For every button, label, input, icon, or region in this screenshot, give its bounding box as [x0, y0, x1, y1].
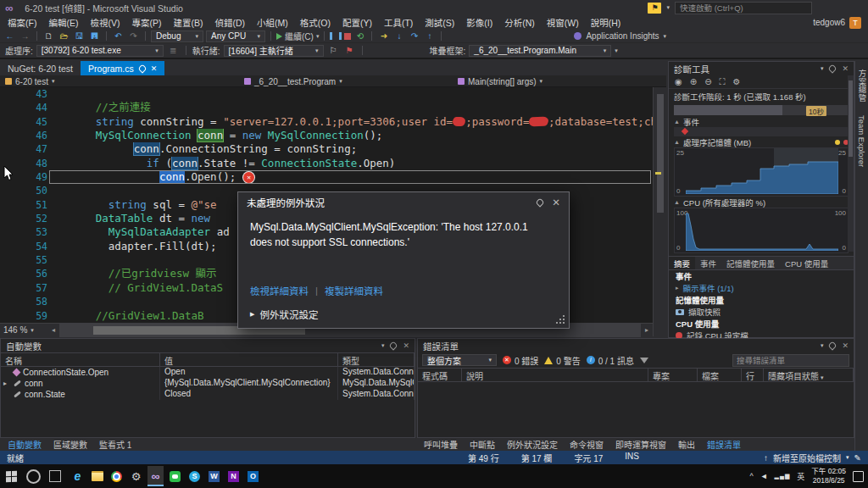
source-control-caret-icon[interactable]: ▾	[846, 454, 849, 461]
side-rail-tab[interactable]: 方案總管	[856, 69, 868, 102]
take-snapshot-link[interactable]: 擷取快照	[669, 306, 854, 318]
zoom-in-icon[interactable]: ⊕	[690, 77, 697, 86]
error-list-column-header[interactable]: 檔案	[698, 369, 742, 381]
unhandled-exception-icon[interactable]: ✕	[243, 172, 254, 183]
panel-tab[interactable]: 監看式 1	[93, 438, 137, 451]
tray-expand-chevron-icon[interactable]: ^	[749, 472, 753, 480]
reset-view-icon[interactable]: ⛶	[720, 77, 726, 87]
menu-item[interactable]: 建置(B)	[167, 15, 209, 30]
memory-section-header[interactable]: ▲ 處理序記憶體 (MB)	[669, 136, 854, 147]
error-list-column-header[interactable]: 隱藏項目狀態 ▾	[764, 369, 854, 381]
code-line[interactable]: 47 conn.ConnectionString = connString;	[0, 142, 653, 156]
panel-pin-icon[interactable]	[828, 64, 837, 73]
stop-debugging-icon[interactable]	[344, 33, 351, 40]
breakpoint-gutter[interactable]	[0, 267, 17, 280]
exception-event-marker[interactable]	[682, 128, 688, 135]
copy-details-link[interactable]: 複製詳細資料	[325, 284, 383, 297]
stack-frame-dropdown[interactable]: _6_20__test.Program.Main▾	[469, 45, 611, 57]
user-area[interactable]: tedgow6 T	[813, 17, 866, 29]
tab-nuget[interactable]: NuGet: 6-20 test	[0, 61, 81, 75]
window-position-icon[interactable]: ▾	[821, 342, 824, 349]
errors-filter-button[interactable]: ✕0 錯誤	[503, 354, 538, 367]
timeline-ruler[interactable]: 10秒	[674, 105, 849, 115]
breakpoint-gutter[interactable]	[0, 198, 17, 212]
scroll-right-icon[interactable]: ▸	[641, 326, 653, 334]
breakpoint-gutter[interactable]	[0, 212, 17, 225]
breakpoint-gutter[interactable]	[0, 142, 17, 156]
user-avatar[interactable]: T	[849, 17, 861, 29]
network-icon[interactable]: ▂▄▆	[775, 473, 791, 480]
autos-column-header[interactable]: 名稱	[1, 353, 160, 366]
dialog-close-icon[interactable]: ✕	[552, 197, 560, 208]
diagnostics-title-bar[interactable]: 診斷工具 ▾ ✕	[669, 62, 854, 75]
side-rail-tab[interactable]: Team Explorer	[857, 115, 866, 167]
continue-caret-icon[interactable]: ▾	[316, 33, 320, 40]
error-list-column-header[interactable]: 行	[742, 369, 764, 381]
panel-tab[interactable]: 自動變數	[2, 438, 47, 451]
diagnostics-tab[interactable]: CPU 使用量	[780, 257, 833, 269]
edge-icon[interactable]	[70, 466, 86, 486]
error-list-column-header[interactable]: 專案	[648, 369, 698, 381]
breakpoint-gutter[interactable]	[0, 129, 17, 142]
dialog-resize-grip[interactable]	[563, 322, 565, 324]
exception-settings-expander[interactable]: ▶ 例外狀況設定	[250, 308, 318, 321]
step-into-icon[interactable]: ↓	[392, 31, 405, 41]
menu-item[interactable]: 專案(P)	[125, 15, 167, 30]
autos-title-bar[interactable]: 自動變數 ▾ ✕	[1, 339, 415, 352]
continue-play-icon[interactable]	[276, 33, 282, 40]
menu-item[interactable]: 配置(Y)	[337, 15, 378, 30]
error-list-column-header[interactable]: 說明	[462, 369, 648, 381]
menu-item[interactable]: 測試(S)	[419, 15, 460, 30]
breakpoint-gutter[interactable]	[0, 101, 17, 114]
undo-icon[interactable]: ↶	[112, 31, 125, 41]
panel-tab[interactable]: 例外狀況設定	[501, 438, 564, 451]
breakpoint-gutter[interactable]	[0, 309, 17, 323]
navigate-back-icon[interactable]: ←	[3, 31, 16, 41]
warnings-filter-button[interactable]: 0 警告	[544, 354, 580, 367]
panel-pin-icon[interactable]	[828, 341, 837, 350]
show-events-link[interactable]: ▸ 顯示事件 (1/1)	[669, 282, 854, 294]
autos-row[interactable]: conn.StateClosedSystem.Data.Connecti	[1, 389, 415, 400]
file-explorer-icon[interactable]	[89, 466, 105, 486]
menu-item[interactable]: 分析(N)	[498, 15, 541, 30]
menu-item[interactable]: 格式(O)	[294, 15, 337, 30]
speaker-icon[interactable]: ◄	[760, 472, 768, 480]
panel-pin-icon[interactable]	[389, 341, 398, 350]
view-details-link[interactable]: 檢視詳細資料	[250, 284, 309, 297]
tab-program-cs[interactable]: Program.cs ✕	[81, 61, 164, 75]
scope-dropdown[interactable]: 整個方案▾	[422, 354, 497, 366]
events-section-header[interactable]: ▲ 事件	[669, 116, 854, 127]
line-icon[interactable]	[167, 466, 183, 486]
new-file-icon[interactable]: 🗋	[42, 31, 55, 41]
error-list-column-header[interactable]: 程式碼	[418, 369, 462, 381]
member-dropdown[interactable]: Main(string[] args)▾	[458, 76, 542, 86]
cortana-search-button[interactable]	[22, 464, 44, 488]
thread-dropdown[interactable]: [16604] 主執行緒▾	[224, 45, 324, 57]
autos-column-header[interactable]: 值	[160, 353, 338, 366]
breakpoint-gutter[interactable]	[0, 87, 17, 101]
panel-close-icon[interactable]: ✕	[842, 341, 849, 350]
break-all-icon[interactable]	[330, 32, 342, 40]
flag-white-icon[interactable]: ⚐	[327, 46, 340, 55]
diagnostics-tab[interactable]: 事件	[695, 257, 721, 269]
add-to-source-control-button[interactable]: 新增至原始檔控制	[773, 452, 841, 464]
ime-language-indicator[interactable]: 英	[797, 471, 804, 482]
breakpoint-gutter[interactable]	[0, 115, 17, 129]
diagnostics-tab[interactable]: 摘要	[669, 257, 695, 269]
menu-item[interactable]: 工具(T)	[378, 15, 419, 30]
task-view-button[interactable]	[44, 464, 66, 488]
memory-chart[interactable]: 25 0 25 0	[674, 147, 849, 197]
panel-tab[interactable]: 錯誤清單	[701, 438, 747, 451]
onenote-icon[interactable]	[225, 466, 242, 486]
code-line[interactable]: 43	[0, 87, 653, 101]
breakpoint-gutter[interactable]	[0, 225, 17, 239]
panel-tab[interactable]: 中斷點	[464, 438, 501, 451]
scrollbar-thumb[interactable]	[657, 94, 664, 213]
pin-tab-icon[interactable]	[137, 64, 147, 73]
save-icon[interactable]: 🖫	[73, 31, 86, 41]
menu-item[interactable]: 說明(H)	[585, 15, 627, 30]
step-over-icon[interactable]: ↷	[408, 31, 420, 41]
menu-item[interactable]: 偵錯(D)	[209, 15, 251, 30]
code-line[interactable]: 45 string connString = "server=127.0.0.1…	[0, 115, 653, 129]
panel-close-icon[interactable]: ✕	[842, 64, 849, 73]
